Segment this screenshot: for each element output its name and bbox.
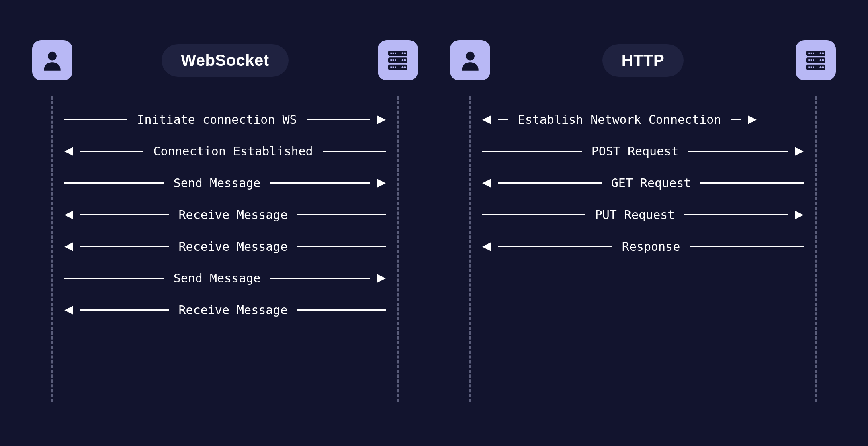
- svg-rect-34: [811, 66, 812, 68]
- svg-point-26: [820, 52, 822, 54]
- arrow-right-icon: [795, 147, 804, 156]
- message-list-http: Establish Network Connection POST Reques…: [482, 113, 804, 254]
- svg-point-13: [404, 59, 406, 61]
- svg-point-27: [822, 52, 824, 54]
- svg-rect-25: [813, 53, 814, 54]
- svg-rect-35: [813, 66, 814, 68]
- message-label: PUT Request: [593, 208, 678, 222]
- message-label: Connection Established: [151, 144, 315, 158]
- message-arrow: Receive Message: [64, 208, 386, 222]
- svg-point-19: [466, 52, 475, 61]
- svg-point-12: [402, 59, 404, 61]
- arrow-right-icon: [377, 115, 386, 124]
- sequence-body: Establish Network Connection POST Reques…: [450, 96, 836, 402]
- svg-point-36: [820, 66, 822, 68]
- message-arrow: Establish Network Connection: [482, 113, 804, 127]
- panel-header: HTTP: [450, 40, 836, 80]
- message-label: Response: [620, 239, 683, 254]
- message-label: POST Request: [589, 144, 681, 158]
- arrow-right-icon: [795, 211, 804, 219]
- panel-title: WebSocket: [162, 44, 288, 77]
- svg-rect-30: [813, 59, 814, 61]
- svg-rect-23: [808, 53, 810, 54]
- lifeline-client: [51, 96, 53, 402]
- arrow-right-icon: [377, 179, 386, 188]
- lifeline-server: [397, 96, 399, 402]
- arrow-right-icon: [377, 274, 386, 283]
- arrow-left-icon: [482, 115, 491, 124]
- svg-rect-11: [395, 59, 396, 61]
- message-arrow: Receive Message: [64, 239, 386, 254]
- svg-rect-14: [390, 66, 392, 68]
- svg-point-7: [402, 52, 404, 54]
- message-arrow: GET Request: [482, 176, 804, 190]
- panel-websocket: WebSocket: [32, 40, 418, 422]
- lifeline-client: [469, 96, 471, 402]
- svg-point-32: [822, 59, 824, 61]
- panel-title: HTTP: [602, 44, 684, 77]
- sequence-body: Initiate connection WS Connection Establ…: [32, 96, 418, 402]
- svg-rect-4: [390, 53, 392, 54]
- svg-rect-6: [395, 53, 396, 54]
- message-label: Receive Message: [176, 239, 290, 254]
- server-icon: [378, 40, 418, 80]
- svg-rect-29: [811, 59, 812, 61]
- svg-rect-28: [808, 59, 810, 61]
- arrow-left-icon: [482, 242, 491, 251]
- message-label: Establish Network Connection: [516, 113, 724, 127]
- arrow-left-icon: [64, 242, 73, 251]
- message-arrow: Connection Established: [64, 144, 386, 158]
- svg-rect-16: [395, 66, 396, 68]
- message-label: Send Message: [171, 271, 263, 285]
- message-arrow: Send Message: [64, 176, 386, 190]
- arrow-left-icon: [64, 306, 73, 315]
- message-arrow: PUT Request: [482, 208, 804, 222]
- svg-rect-9: [390, 59, 392, 61]
- svg-point-0: [48, 52, 57, 61]
- message-label: Initiate connection WS: [135, 113, 299, 127]
- arrow-right-icon: [748, 115, 757, 124]
- message-label: GET Request: [609, 176, 694, 190]
- message-arrow: Response: [482, 239, 804, 254]
- svg-rect-10: [393, 59, 394, 61]
- arrow-left-icon: [64, 211, 73, 219]
- message-arrow: POST Request: [482, 144, 804, 158]
- message-label: Receive Message: [176, 303, 290, 317]
- lifeline-server: [815, 96, 817, 402]
- panel-header: WebSocket: [32, 40, 418, 80]
- svg-rect-5: [393, 53, 394, 54]
- message-arrow: Initiate connection WS: [64, 113, 386, 127]
- message-arrow: Receive Message: [64, 303, 386, 317]
- client-icon: [32, 40, 72, 80]
- svg-rect-15: [393, 66, 394, 68]
- message-list-websocket: Initiate connection WS Connection Establ…: [64, 113, 386, 317]
- diagram-canvas: WebSocket: [0, 0, 868, 446]
- svg-point-37: [822, 66, 824, 68]
- svg-point-31: [820, 59, 822, 61]
- panel-http: HTTP: [450, 40, 836, 422]
- server-icon: [796, 40, 836, 80]
- svg-point-8: [404, 52, 406, 54]
- arrow-left-icon: [64, 147, 73, 156]
- client-icon: [450, 40, 490, 80]
- message-arrow: Send Message: [64, 271, 386, 285]
- message-label: Send Message: [171, 176, 263, 190]
- message-label: Receive Message: [176, 208, 290, 222]
- svg-rect-24: [811, 53, 812, 54]
- svg-point-17: [402, 66, 404, 68]
- svg-rect-33: [808, 66, 810, 68]
- svg-point-18: [404, 66, 406, 68]
- arrow-left-icon: [482, 179, 491, 188]
